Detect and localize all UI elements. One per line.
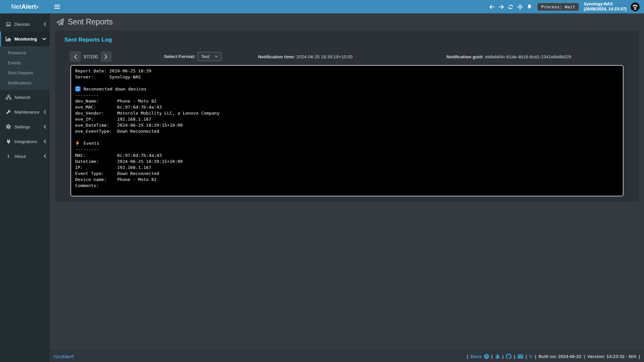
- card-title: Sent Reports Log: [64, 37, 639, 43]
- separator: |: [584, 354, 585, 359]
- sent-reports-card: Sent Reports Log 97/100 Select Format: T…: [55, 31, 639, 202]
- github-icon[interactable]: [506, 354, 512, 359]
- bug-report-icon[interactable]: [495, 354, 500, 359]
- format-select[interactable]: Text: [198, 52, 221, 61]
- docs-link[interactable]: Docs: [471, 354, 482, 359]
- pagination-count: 97/100: [84, 54, 98, 59]
- email-icon[interactable]: [518, 354, 523, 359]
- built-on-text: Built on: 2024-06-22: [539, 354, 582, 359]
- notification-guid-value: eb8eb64c-61de-4b18-8cd1-2341e8d4b029: [485, 54, 571, 59]
- console-text: --------- MAC: 6c:97:6d:7b:4a:43 Datetim…: [75, 147, 183, 188]
- separator: |: [639, 354, 640, 359]
- separator: |: [514, 354, 515, 359]
- app-logo[interactable]: NetAlertx: [0, 0, 50, 13]
- footer: NetAlertx | Docs ? | | | | © | Built on:…: [50, 351, 644, 362]
- refresh-icon[interactable]: [506, 0, 515, 13]
- back-arrow-icon[interactable]: [487, 0, 496, 13]
- network-icon: [5, 95, 12, 100]
- forward-arrow-icon[interactable]: [496, 0, 506, 13]
- sidebar-item-sent-reports[interactable]: Sent Reports: [0, 68, 50, 78]
- console-section-title: Reconnected down devices: [84, 86, 147, 92]
- sidebar-item-notifications[interactable]: Notifications: [0, 78, 50, 88]
- bell-icon[interactable]: [525, 0, 534, 13]
- page-title: Sent Reports: [68, 17, 113, 26]
- lightning-bolt-icon: [75, 140, 80, 146]
- sidebar-item-monitoring[interactable]: Monitoring: [0, 32, 50, 46]
- chevron-left-icon: [44, 154, 46, 158]
- chart-icon: [5, 36, 12, 42]
- separator: |: [502, 354, 504, 359]
- chevron-left-icon: [44, 110, 46, 114]
- sidebar-item-integrations[interactable]: Integrations: [0, 134, 50, 149]
- report-console[interactable]: Report Date: 2024-06-25 18:39 Server: Sy…: [70, 65, 624, 196]
- console-section-title: Events: [84, 141, 99, 146]
- sidebar-item-label: Network: [14, 95, 31, 100]
- logo-prefix: Net: [11, 3, 21, 10]
- sidebar-item-presence[interactable]: Presence: [0, 48, 50, 58]
- server-name: Synology-NAS: [584, 2, 627, 7]
- notification-guid-label: Notification guid:: [446, 54, 484, 59]
- chevron-down-icon: [215, 55, 218, 58]
- help-icon[interactable]: ?: [484, 354, 489, 359]
- sidebar-item-label: Monitoring: [14, 37, 37, 42]
- plug-icon: [5, 139, 12, 144]
- reconnect-icon: [75, 86, 80, 92]
- sidebar: Devices Monitoring Presence Events Sent …: [0, 13, 50, 362]
- notification-time-label: Notification time:: [258, 54, 295, 59]
- sidebar-item-label: Devices: [14, 22, 30, 27]
- user-avatar[interactable]: [631, 2, 640, 11]
- sidebar-item-devices[interactable]: Devices: [0, 17, 50, 32]
- sidebar-item-network[interactable]: Network: [0, 90, 50, 105]
- server-time: (26/06/2024, 14:23:57): [584, 7, 627, 12]
- laptop-icon: [5, 22, 12, 27]
- logo-sup: x: [37, 5, 39, 9]
- chevron-down-icon: [42, 38, 46, 40]
- server-info: Synology-NAS (26/06/2024, 14:23:57): [584, 2, 627, 12]
- separator: |: [535, 354, 536, 359]
- top-navbar: NetAlertx Process: Wait Synology-NAS (26…: [0, 0, 644, 13]
- separator: |: [526, 354, 527, 359]
- chevron-left-icon: [44, 125, 46, 129]
- format-label: Select Format:: [164, 54, 196, 59]
- notification-time-value: 2024-06-25 18:39:19+10:00: [297, 54, 353, 59]
- sidebar-item-maintenance[interactable]: Maintenance: [0, 105, 50, 119]
- footer-logo[interactable]: NetAlertx: [54, 354, 74, 359]
- sidebar-item-label: About: [14, 154, 26, 159]
- content-area: Sent Reports Sent Reports Log 97/100 Sel…: [50, 13, 644, 351]
- prev-report-button[interactable]: [70, 51, 81, 62]
- info-icon: i: [5, 154, 12, 159]
- format-selected-value: Text: [201, 54, 209, 59]
- wrench-icon: [5, 110, 12, 115]
- sidebar-item-label: Maintenance: [14, 110, 39, 115]
- separator: |: [491, 354, 493, 359]
- sidebar-item-settings[interactable]: Settings: [0, 119, 50, 134]
- controls-row: 97/100 Select Format: Text Notification …: [70, 51, 624, 62]
- copyright-icon[interactable]: ©: [529, 354, 533, 359]
- sidebar-item-label: Integrations: [14, 139, 37, 144]
- gear-icon: [5, 124, 12, 129]
- chevron-left-icon: [44, 139, 46, 143]
- console-text: Report Date: 2024-06-25 18:39 Server: Sy…: [75, 68, 151, 79]
- monitoring-submenu: Presence Events Sent Reports Notificatio…: [0, 46, 50, 90]
- move-icon[interactable]: [515, 0, 525, 13]
- next-report-button[interactable]: [101, 51, 112, 62]
- process-status-badge: Process: Wait: [537, 3, 579, 11]
- chevron-left-icon: [44, 22, 46, 26]
- sidebar-item-label: Settings: [14, 124, 30, 129]
- logo-bold: Alert: [21, 3, 36, 10]
- separator: |: [467, 354, 468, 359]
- version-text: Version: 14:23:32 - N/A: [587, 354, 636, 359]
- sidebar-toggle-button[interactable]: [50, 0, 64, 13]
- paper-plane-icon: [56, 18, 64, 26]
- sidebar-item-about[interactable]: i About: [0, 149, 50, 164]
- page-header: Sent Reports: [50, 13, 644, 29]
- console-text: --------- dev_Name: Phone - Moto 82 eve_…: [75, 93, 219, 134]
- sidebar-item-events[interactable]: Events: [0, 58, 50, 68]
